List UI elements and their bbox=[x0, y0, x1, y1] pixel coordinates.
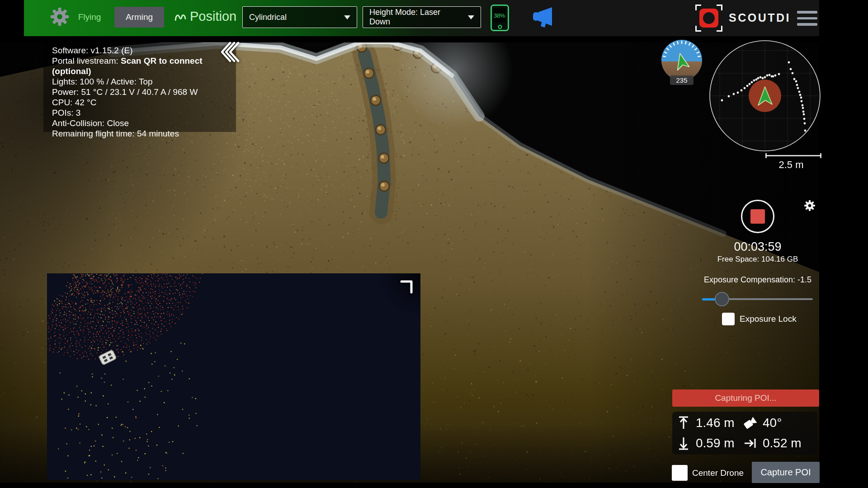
chevron-down-icon bbox=[468, 15, 474, 19]
sonar-scale-label: 2.5 m bbox=[763, 159, 819, 171]
sonar-scale-bar bbox=[765, 153, 821, 158]
height-mode-value: Height Mode: Laser Down bbox=[369, 8, 462, 27]
distance-up-value: 1.46 m bbox=[696, 416, 743, 430]
chevron-down-icon bbox=[344, 15, 350, 19]
telemetry-line: Anti-Collision: Close bbox=[52, 118, 236, 128]
recording-timer: 00:03:59 bbox=[712, 240, 803, 254]
pointcloud-panel bbox=[47, 273, 420, 480]
telemetry-line: Remaining flight time: 54 minutes bbox=[52, 128, 236, 139]
exposure-lock-checkbox[interactable] bbox=[722, 313, 735, 325]
telemetry-line: Software: v1.15.2 (E) bbox=[52, 45, 236, 56]
telemetry-line: Power: 51 °C / 23.1 V / 40.7 A / 968 W bbox=[52, 87, 236, 97]
tablet-battery-percent: 38% bbox=[493, 8, 505, 23]
settings-gear-icon[interactable] bbox=[50, 7, 70, 27]
brand-name: SCOUTDI bbox=[729, 11, 791, 24]
arming-button[interactable]: Arming bbox=[114, 7, 164, 28]
flight-state-label: Flying bbox=[72, 0, 107, 34]
tablet-home-button-dot bbox=[498, 25, 502, 29]
telemetry-line: Lights: 100 % / Active: Top bbox=[52, 76, 236, 87]
center-drone-checkbox[interactable] bbox=[672, 465, 688, 481]
exposure-slider[interactable] bbox=[702, 292, 813, 306]
camera-tilt-icon bbox=[743, 416, 758, 430]
hamburger-menu-icon[interactable] bbox=[797, 11, 817, 26]
scoutdi-logo-icon bbox=[695, 5, 722, 32]
camera-projection-value: Cylindrical bbox=[249, 13, 287, 22]
exposure-lock-label: Exposure Lock bbox=[740, 314, 797, 324]
record-stop-button[interactable] bbox=[741, 200, 774, 233]
pointcloud-view bbox=[47, 273, 420, 480]
camera-tilt-value: 40° bbox=[763, 416, 782, 430]
measurement-row-bottom: 0.59 m 0.52 m bbox=[676, 433, 817, 453]
exposure-slider-thumb[interactable] bbox=[715, 292, 729, 306]
exposure-compensation-label: Exposure Compensation: -1.5 bbox=[685, 275, 830, 285]
capturing-poi-banner: Capturing POI... bbox=[672, 389, 819, 407]
capture-poi-button[interactable]: Capture POI bbox=[752, 462, 820, 483]
control-mode-label: Position bbox=[190, 9, 236, 24]
attitude-overlay bbox=[661, 40, 702, 80]
telemetry-line: Portal livestream: Scan QR to connect (o… bbox=[52, 56, 236, 76]
record-stop-square bbox=[750, 209, 765, 224]
free-space-label: Free Space: 104.16 GB bbox=[699, 255, 816, 264]
camera-projection-select[interactable]: Cylindrical bbox=[242, 6, 357, 28]
attitude-indicator bbox=[661, 40, 702, 80]
distance-forward-icon bbox=[743, 436, 758, 450]
height-mode-select[interactable]: Height Mode: Laser Down bbox=[363, 6, 481, 28]
poi-measurement-panel: 1.46 m 40° 0.59 m bbox=[672, 412, 817, 455]
top-bar: Flying Arming Position Cylindrical Heigh… bbox=[0, 0, 819, 36]
tablet-battery-icon: 38% bbox=[491, 5, 509, 31]
telemetry-line: CPU: 42 °C bbox=[52, 97, 236, 108]
camera-settings-gear-icon[interactable] bbox=[804, 200, 816, 211]
center-drone-label: Center Drone bbox=[692, 468, 744, 478]
collapse-panel-icon[interactable] bbox=[221, 41, 241, 63]
expand-corner-icon[interactable] bbox=[397, 277, 417, 297]
distance-forward-value: 0.52 m bbox=[763, 436, 802, 450]
position-mode-icon bbox=[175, 12, 186, 22]
sonar-display bbox=[709, 40, 821, 151]
measurement-row-top: 1.46 m 40° bbox=[676, 413, 817, 433]
screen-corner-cutout bbox=[0, 0, 24, 36]
distance-up-icon bbox=[676, 416, 691, 430]
announcement-megaphone-icon[interactable] bbox=[532, 6, 556, 28]
distance-down-value: 0.59 m bbox=[696, 436, 743, 450]
distance-down-icon bbox=[676, 436, 691, 450]
telemetry-panel: Software: v1.15.2 (E)Portal livestream: … bbox=[43, 43, 236, 132]
heading-value-badge: 235 bbox=[670, 75, 693, 85]
telemetry-line: POIs: 3 bbox=[52, 108, 236, 118]
app-root: Flying Arming Position Cylindrical Heigh… bbox=[0, 0, 868, 488]
